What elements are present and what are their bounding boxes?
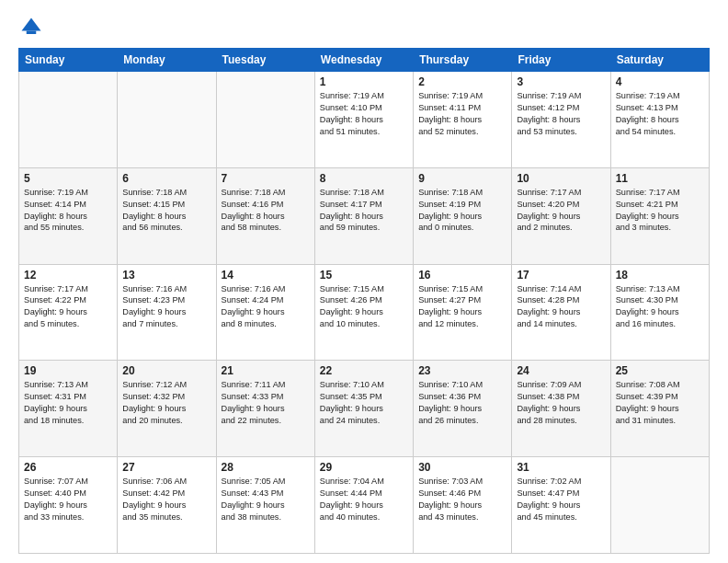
- logo-icon: [18, 15, 44, 40]
- cell-content: Sunrise: 7:16 AM Sunset: 4:23 PM Dayligh…: [122, 283, 210, 331]
- day-number: 22: [320, 364, 408, 377]
- calendar-cell: 17Sunrise: 7:14 AM Sunset: 4:28 PM Dayli…: [512, 264, 610, 361]
- day-number: 28: [222, 461, 310, 474]
- day-number: 17: [517, 269, 605, 282]
- calendar-week-row: 1Sunrise: 7:19 AM Sunset: 4:10 PM Daylig…: [19, 72, 710, 168]
- calendar-week-row: 12Sunrise: 7:17 AM Sunset: 4:22 PM Dayli…: [19, 264, 710, 361]
- day-of-week-header: Friday: [512, 49, 610, 72]
- day-number: 29: [320, 461, 408, 474]
- calendar-cell: 2Sunrise: 7:19 AM Sunset: 4:11 PM Daylig…: [414, 72, 512, 168]
- calendar-cell: 6Sunrise: 7:18 AM Sunset: 4:15 PM Daylig…: [118, 167, 216, 264]
- day-number: 13: [122, 269, 210, 282]
- cell-content: Sunrise: 7:19 AM Sunset: 4:13 PM Dayligh…: [616, 90, 704, 138]
- day-number: 12: [24, 269, 112, 282]
- day-number: 4: [616, 75, 704, 88]
- svg-rect-1: [27, 31, 37, 35]
- calendar-cell: [19, 72, 118, 168]
- cell-content: Sunrise: 7:19 AM Sunset: 4:10 PM Dayligh…: [320, 90, 408, 138]
- cell-content: Sunrise: 7:19 AM Sunset: 4:11 PM Dayligh…: [418, 90, 506, 138]
- day-of-week-header: Thursday: [414, 49, 512, 72]
- day-number: 11: [616, 172, 704, 185]
- calendar-cell: 21Sunrise: 7:11 AM Sunset: 4:33 PM Dayli…: [216, 361, 314, 457]
- calendar-cell: 11Sunrise: 7:17 AM Sunset: 4:21 PM Dayli…: [610, 167, 709, 264]
- header: [18, 15, 710, 40]
- day-number: 30: [418, 461, 506, 474]
- cell-content: Sunrise: 7:18 AM Sunset: 4:17 PM Dayligh…: [320, 187, 408, 235]
- day-number: 2: [418, 75, 506, 88]
- day-number: 9: [418, 172, 506, 185]
- calendar-cell: 26Sunrise: 7:07 AM Sunset: 4:40 PM Dayli…: [19, 457, 118, 554]
- calendar-cell: 18Sunrise: 7:13 AM Sunset: 4:30 PM Dayli…: [610, 264, 709, 361]
- calendar-cell: 10Sunrise: 7:17 AM Sunset: 4:20 PM Dayli…: [512, 167, 610, 264]
- calendar-cell: 31Sunrise: 7:02 AM Sunset: 4:47 PM Dayli…: [512, 457, 610, 554]
- day-number: 14: [222, 269, 310, 282]
- day-number: 26: [24, 461, 112, 474]
- calendar-cell: 7Sunrise: 7:18 AM Sunset: 4:16 PM Daylig…: [216, 167, 314, 264]
- cell-content: Sunrise: 7:17 AM Sunset: 4:22 PM Dayligh…: [24, 283, 112, 331]
- calendar-cell: [118, 72, 216, 168]
- cell-content: Sunrise: 7:12 AM Sunset: 4:32 PM Dayligh…: [122, 379, 210, 427]
- day-of-week-header: Sunday: [19, 49, 118, 72]
- calendar-week-row: 26Sunrise: 7:07 AM Sunset: 4:40 PM Dayli…: [19, 457, 710, 554]
- day-number: 10: [517, 172, 605, 185]
- cell-content: Sunrise: 7:11 AM Sunset: 4:33 PM Dayligh…: [222, 379, 310, 427]
- cell-content: Sunrise: 7:10 AM Sunset: 4:36 PM Dayligh…: [418, 379, 506, 427]
- cell-content: Sunrise: 7:16 AM Sunset: 4:24 PM Dayligh…: [222, 283, 310, 331]
- day-number: 21: [222, 364, 310, 377]
- cell-content: Sunrise: 7:18 AM Sunset: 4:15 PM Dayligh…: [122, 187, 210, 235]
- cell-content: Sunrise: 7:19 AM Sunset: 4:12 PM Dayligh…: [517, 90, 605, 138]
- calendar-cell: [610, 457, 709, 554]
- calendar-cell: 5Sunrise: 7:19 AM Sunset: 4:14 PM Daylig…: [19, 167, 118, 264]
- svg-marker-0: [22, 18, 41, 31]
- day-of-week-header: Wednesday: [314, 49, 413, 72]
- calendar-cell: 22Sunrise: 7:10 AM Sunset: 4:35 PM Dayli…: [314, 361, 413, 457]
- page: SundayMondayTuesdayWednesdayThursdayFrid…: [0, 0, 728, 563]
- day-number: 25: [616, 364, 704, 377]
- day-number: 15: [320, 269, 408, 282]
- cell-content: Sunrise: 7:05 AM Sunset: 4:43 PM Dayligh…: [222, 476, 310, 523]
- day-number: 31: [517, 461, 605, 474]
- cell-content: Sunrise: 7:14 AM Sunset: 4:28 PM Dayligh…: [517, 283, 605, 331]
- calendar-cell: 30Sunrise: 7:03 AM Sunset: 4:46 PM Dayli…: [414, 457, 512, 554]
- cell-content: Sunrise: 7:02 AM Sunset: 4:47 PM Dayligh…: [517, 476, 605, 523]
- calendar-cell: 29Sunrise: 7:04 AM Sunset: 4:44 PM Dayli…: [314, 457, 413, 554]
- day-of-week-header: Saturday: [610, 49, 709, 72]
- day-number: 16: [418, 269, 506, 282]
- day-number: 19: [24, 364, 112, 377]
- cell-content: Sunrise: 7:15 AM Sunset: 4:26 PM Dayligh…: [320, 283, 408, 331]
- cell-content: Sunrise: 7:15 AM Sunset: 4:27 PM Dayligh…: [418, 283, 506, 331]
- cell-content: Sunrise: 7:17 AM Sunset: 4:20 PM Dayligh…: [517, 187, 605, 235]
- calendar-cell: 8Sunrise: 7:18 AM Sunset: 4:17 PM Daylig…: [314, 167, 413, 264]
- day-number: 5: [24, 172, 112, 185]
- cell-content: Sunrise: 7:13 AM Sunset: 4:31 PM Dayligh…: [24, 379, 112, 427]
- day-of-week-header: Monday: [118, 49, 216, 72]
- day-number: 18: [616, 269, 704, 282]
- calendar-cell: 16Sunrise: 7:15 AM Sunset: 4:27 PM Dayli…: [414, 264, 512, 361]
- calendar-cell: 19Sunrise: 7:13 AM Sunset: 4:31 PM Dayli…: [19, 361, 118, 457]
- cell-content: Sunrise: 7:13 AM Sunset: 4:30 PM Dayligh…: [616, 283, 704, 331]
- day-number: 23: [418, 364, 506, 377]
- calendar-week-row: 19Sunrise: 7:13 AM Sunset: 4:31 PM Dayli…: [19, 361, 710, 457]
- calendar-cell: 20Sunrise: 7:12 AM Sunset: 4:32 PM Dayli…: [118, 361, 216, 457]
- cell-content: Sunrise: 7:19 AM Sunset: 4:14 PM Dayligh…: [24, 187, 112, 235]
- cell-content: Sunrise: 7:10 AM Sunset: 4:35 PM Dayligh…: [320, 379, 408, 427]
- day-of-week-header: Tuesday: [216, 49, 314, 72]
- calendar-cell: 1Sunrise: 7:19 AM Sunset: 4:10 PM Daylig…: [314, 72, 413, 168]
- day-number: 1: [320, 75, 408, 88]
- calendar-table: SundayMondayTuesdayWednesdayThursdayFrid…: [18, 48, 710, 554]
- day-number: 24: [517, 364, 605, 377]
- calendar-cell: 13Sunrise: 7:16 AM Sunset: 4:23 PM Dayli…: [118, 264, 216, 361]
- cell-content: Sunrise: 7:08 AM Sunset: 4:39 PM Dayligh…: [616, 379, 704, 427]
- calendar-cell: 4Sunrise: 7:19 AM Sunset: 4:13 PM Daylig…: [610, 72, 709, 168]
- calendar-cell: 28Sunrise: 7:05 AM Sunset: 4:43 PM Dayli…: [216, 457, 314, 554]
- cell-content: Sunrise: 7:06 AM Sunset: 4:42 PM Dayligh…: [122, 476, 210, 523]
- calendar-week-row: 5Sunrise: 7:19 AM Sunset: 4:14 PM Daylig…: [19, 167, 710, 264]
- calendar-cell: 23Sunrise: 7:10 AM Sunset: 4:36 PM Dayli…: [414, 361, 512, 457]
- day-number: 7: [222, 172, 310, 185]
- day-number: 3: [517, 75, 605, 88]
- cell-content: Sunrise: 7:07 AM Sunset: 4:40 PM Dayligh…: [24, 476, 112, 523]
- calendar-cell: [216, 72, 314, 168]
- cell-content: Sunrise: 7:09 AM Sunset: 4:38 PM Dayligh…: [517, 379, 605, 427]
- calendar-cell: 15Sunrise: 7:15 AM Sunset: 4:26 PM Dayli…: [314, 264, 413, 361]
- calendar-cell: 9Sunrise: 7:18 AM Sunset: 4:19 PM Daylig…: [414, 167, 512, 264]
